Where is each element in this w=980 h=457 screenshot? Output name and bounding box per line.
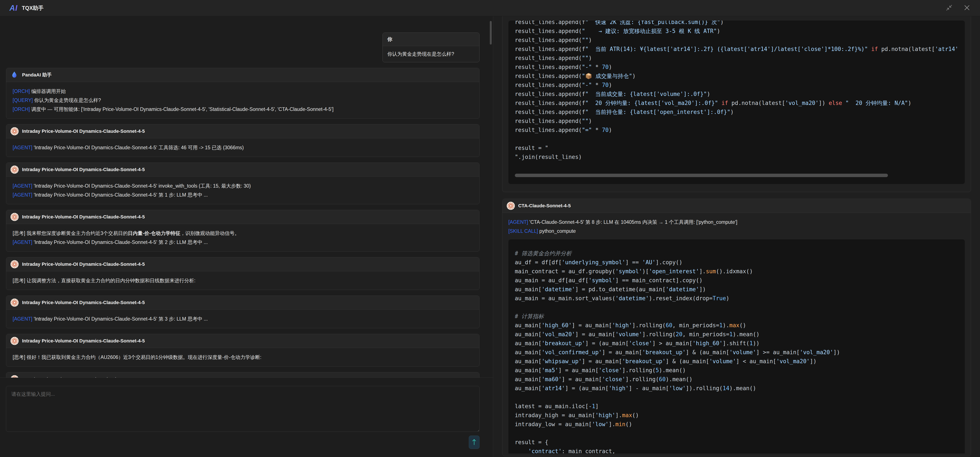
agent-message-body: [思考] 让我调整方法，直接获取黄金主力合约的日内分钟数据和日线数据来进行分析: <box>6 271 479 290</box>
code-line: au_main = au_df[au_df['symbol'] == main_… <box>515 276 958 285</box>
code-line: au_main['vol_ma20'] = au_main['volume'].… <box>515 330 958 339</box>
panda-gradient-icon <box>11 71 19 79</box>
code-line: au_main['ma5'] = au_main['close'].rollin… <box>515 366 958 375</box>
collapse-window-button[interactable] <box>945 4 953 12</box>
agent-message-header: Intraday Price-Volume-OI Dynamics-Claude… <box>6 257 479 271</box>
agent-message-body: [思考] 很好！我已获取到黄金主力合约（AU2606）近3个交易日的1分钟级数据… <box>6 348 479 366</box>
agent-name: Intraday Price-Volume-OI Dynamics-Claude… <box>22 300 145 306</box>
agent-message-card: Intraday Price-Volume-OI Dynamics-Claude… <box>6 124 479 157</box>
agent-message-card: Intraday Price-Volume-OI Dynamics-Claude… <box>6 372 479 377</box>
code-line: main_contract = au_df.groupby('symbol')[… <box>515 267 958 276</box>
code-line: # 计算指标 <box>515 312 958 321</box>
send-button[interactable] <box>469 436 479 449</box>
code-line: au_main['vol_confirmed_up'] = au_main['b… <box>515 348 958 357</box>
agent-name: Intraday Price-Volume-OI Dynamics-Claude… <box>22 129 145 134</box>
agent-name: CTA-Claude-Sonnet-4-5 <box>518 203 571 209</box>
agent-message-header: PandaAI 助手 <box>6 68 479 82</box>
message-line: [QUERY] 你认为黄金走势现在是怎么样? <box>13 97 473 104</box>
code-line: result_lines.append("") <box>515 54 958 62</box>
chat-input-area <box>0 377 493 449</box>
agent-name: Intraday Price-Volume-OI Dynamics-Claude… <box>22 214 145 220</box>
code-line: result = { <box>515 438 958 447</box>
user-message-text: 你认为黄金走势现在是怎么样? <box>383 46 479 62</box>
window-controls <box>945 4 970 12</box>
agent-message-header: Intraday Price-Volume-OI Dynamics-Claude… <box>6 210 479 224</box>
claude-starburst-icon <box>11 375 19 377</box>
agent-name: PandaAI 助手 <box>22 72 52 78</box>
claude-starburst-icon <box>11 337 19 345</box>
agent-message-card: Intraday Price-Volume-OI Dynamics-Claude… <box>6 334 479 367</box>
message-line: [ORCH] 调度中 — 可用智能体: ['Intraday Price-Vol… <box>13 106 473 112</box>
agent-message-header: Intraday Price-Volume-OI Dynamics-Claude… <box>6 124 479 139</box>
code-line: au_main['high_60'] = au_main['high'].rol… <box>515 321 958 330</box>
collapse-arrows-icon <box>945 4 953 12</box>
agent-message-body: [ORCH] 编排器调用开始[QUERY] 你认为黄金走势现在是怎么样?[ORC… <box>6 82 479 118</box>
code-line: intraday_low = au_main['low'].min() <box>515 420 958 429</box>
agent-name: Intraday Price-Volume-OI Dynamics-Claude… <box>22 338 145 344</box>
agent-message-header: Intraday Price-Volume-OI Dynamics-Claude… <box>6 373 479 377</box>
user-role-label: 你 <box>383 33 479 46</box>
agent-message-card: Intraday Price-Volume-OI Dynamics-Claude… <box>6 162 479 204</box>
code-line <box>515 393 958 402</box>
code-line: result_lines.append(" → 建议: 放宽移动止损至 3-5 … <box>515 27 958 35</box>
user-message-card: 你 你认为黄金走势现在是怎么样? <box>382 33 479 62</box>
code-line: au_main['whipsaw_up'] = au_main['breakou… <box>515 357 958 366</box>
app-window: AI TQX助手 <box>0 0 980 457</box>
message-line: [ORCH] 编排器调用开始 <box>13 88 473 94</box>
message-line: [思考] 我来帮您深度诊断黄金主力合约近3个交易日的日内量-价-仓动力学特征，识… <box>13 230 473 236</box>
agent-message-card: Intraday Price-Volume-OI Dynamics-Claude… <box>6 210 479 252</box>
chat-panel: 你 你认为黄金走势现在是怎么样? PandaAI 助手[ORCH] 编排器调用开… <box>0 16 493 457</box>
agent-message-header: Intraday Price-Volume-OI Dynamics-Claude… <box>6 163 479 177</box>
agent-message-body: [AGENT] 'CTA-Claude-Sonnet-4-5' 第 8 步: L… <box>503 213 971 234</box>
send-row <box>6 436 479 449</box>
prompt-input[interactable] <box>6 386 479 432</box>
app-title: TQX助手 <box>22 5 43 11</box>
agent-message-header: Intraday Price-Volume-OI Dynamics-Claude… <box>6 296 479 310</box>
code-line: result_lines.append("=" * 70) <box>515 126 958 134</box>
claude-starburst-icon <box>11 127 19 135</box>
code-line: result_lines.append("-" * 70) <box>515 62 958 72</box>
code-line: result_lines.append("-" * 70) <box>515 81 958 89</box>
agent-message-body: [AGENT] 'Intraday Price-Volume-OI Dynami… <box>6 310 479 328</box>
code-line: au_main = au_main.sort_values('datetime'… <box>515 294 958 303</box>
agent-message-header: Intraday Price-Volume-OI Dynamics-Claude… <box>6 334 479 348</box>
agent-message-card: Intraday Price-Volume-OI Dynamics-Claude… <box>6 257 479 290</box>
user-message-row: 你 你认为黄金走势现在是怎么样? <box>6 33 479 62</box>
close-icon <box>963 4 970 12</box>
claude-starburst-icon <box>11 260 19 268</box>
message-line: [AGENT] 'CTA-Claude-Sonnet-4-5' 第 8 步: L… <box>508 219 965 225</box>
code-line: result_lines.append(f" 20 分钟均量: {latest[… <box>515 99 958 108</box>
agent-name: Intraday Price-Volume-OI Dynamics-Claude… <box>22 261 145 267</box>
message-line: [SKILL CALL] python_compute <box>508 228 965 234</box>
agent-message-header: CTA-Claude-Sonnet-4-5 <box>503 199 971 213</box>
code-line: intraday_high = au_main['high'].max() <box>515 411 958 420</box>
title-bar: AI TQX助手 <box>0 0 980 16</box>
code-line: au_main['ma60'] = au_main['close'].rolli… <box>515 375 958 384</box>
message-line: [AGENT] 'Intraday Price-Volume-OI Dynami… <box>13 183 473 189</box>
chat-scrollbar-thumb[interactable] <box>490 21 492 45</box>
message-line: [AGENT] 'Intraday Price-Volume-OI Dynami… <box>13 144 473 151</box>
code-line: au_df = df[df['underlying_symbol'] == 'A… <box>515 258 958 267</box>
agent-message-body: [思考] 我来帮您深度诊断黄金主力合约近3个交易日的日内量-价-仓动力学特征，识… <box>6 224 479 252</box>
code-line: latest = au_main.iloc[-1] <box>515 402 958 411</box>
code-line: au_main['atr14'] = (au_main['high'] - au… <box>515 384 958 393</box>
code-line <box>515 303 958 312</box>
python-code-block: result_lines.append(f" 快速 2K 洗盘: {fast_p… <box>508 21 965 184</box>
claude-starburst-icon <box>11 213 19 221</box>
agent-message-body: [AGENT] 'Intraday Price-Volume-OI Dynami… <box>6 139 479 157</box>
code-line: ".join(result_lines) <box>515 153 958 161</box>
python-code-block: # 筛选黄金合约并分析au_df = df[df['underlying_sym… <box>508 239 965 454</box>
main-area: 你 你认为黄金走势现在是怎么样? PandaAI 助手[ORCH] 编排器调用开… <box>0 16 980 457</box>
agent-name: Intraday Price-Volume-OI Dynamics-Claude… <box>22 167 145 172</box>
agent-message-card: PandaAI 助手[ORCH] 编排器调用开始[QUERY] 你认为黄金走势现… <box>6 68 479 119</box>
agent-message-body: [AGENT] 'Intraday Price-Volume-OI Dynami… <box>6 177 479 204</box>
code-line: result_lines.append(f" 当前持仓量: {latest['o… <box>515 108 958 116</box>
close-window-button[interactable] <box>963 4 970 12</box>
code-line: result_lines.append(f" 当前 ATR(14): ¥{lat… <box>515 45 958 54</box>
claude-starburst-icon <box>11 299 19 307</box>
agent-message-card: CTA-Claude-Sonnet-4-5 [AGENT] 'CTA-Claud… <box>502 199 971 456</box>
chat-message-list: 你 你认为黄金走势现在是怎么样? PandaAI 助手[ORCH] 编排器调用开… <box>0 16 493 377</box>
code-output-card: result_lines.append(f" 快速 2K 洗盘: {fast_p… <box>502 16 971 192</box>
message-line: [AGENT] 'Intraday Price-Volume-OI Dynami… <box>13 316 473 322</box>
horizontal-scrollbar-thumb[interactable] <box>515 174 888 177</box>
